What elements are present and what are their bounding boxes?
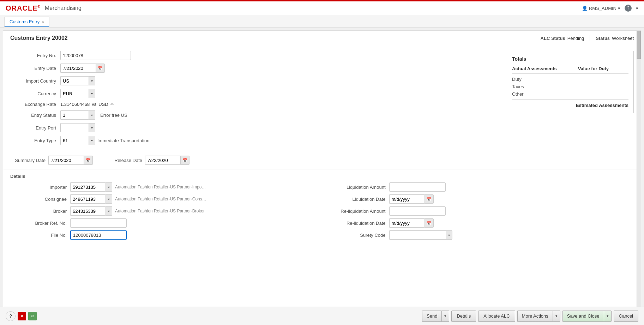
surety-code-input[interactable] xyxy=(389,230,446,240)
consignee-dropdown-button[interactable]: ▾ xyxy=(106,194,112,204)
totals-other-label: Other xyxy=(512,91,540,97)
user-menu[interactable]: 👤 RMS_ADMIN ▾ xyxy=(582,6,620,11)
entry-port-input[interactable] xyxy=(60,123,89,132)
reliquidation-amount-input[interactable] xyxy=(389,206,446,216)
details-left-col: Importer ▾ Automation Fashion Retailer-U… xyxy=(10,182,315,242)
main-form-area: Entry No. Entry Date 📅 Import Country ▾ xyxy=(3,45,641,154)
entry-status-dropdown-button[interactable]: ▾ xyxy=(89,110,95,120)
release-date-calendar-button[interactable]: 📅 xyxy=(180,156,189,165)
exchange-rate-currency: USD xyxy=(98,102,108,107)
exchange-rate-label: Exchange Rate xyxy=(10,102,56,107)
section-divider xyxy=(3,169,641,169)
oracle-logo: ORACLE® Merchandising xyxy=(6,4,82,12)
totals-taxes-label: Taxes xyxy=(512,84,540,89)
entry-type-input[interactable] xyxy=(60,136,89,145)
entry-port-dropdown-button[interactable]: ▾ xyxy=(89,123,95,132)
username: RMS_ADMIN xyxy=(589,6,616,11)
import-country-input[interactable] xyxy=(60,76,89,85)
importer-row: Importer ▾ Automation Fashion Retailer-U… xyxy=(10,182,315,192)
surety-code-row: Surety Code ▾ xyxy=(329,230,634,240)
importer-dropdown-button[interactable]: ▾ xyxy=(106,182,112,192)
release-date-item: Release Date 📅 xyxy=(107,156,189,165)
help-circle-icon: ? xyxy=(9,313,12,319)
header-right: 👤 RMS_ADMIN ▾ ? ▾ xyxy=(582,5,638,12)
totals-header-row: Actual Assessments Value for Duty xyxy=(512,66,628,74)
liquidation-amount-row: Liquidation Amount xyxy=(329,182,634,192)
broker-ref-input[interactable] xyxy=(70,218,127,228)
page-title: Customs Entry 20002 xyxy=(10,35,68,41)
delete-button[interactable]: ✕ xyxy=(18,312,26,320)
reliquidation-date-input[interactable] xyxy=(389,218,425,228)
help-circle-button[interactable]: ? xyxy=(6,311,16,321)
entry-no-label: Entry No. xyxy=(10,53,56,58)
liquidation-date-row: Liquidation Date 📅 xyxy=(329,194,634,204)
totals-box: Totals Actual Assessments Value for Duty… xyxy=(507,51,634,113)
currency-dropdown-button[interactable]: ▾ xyxy=(89,89,95,98)
tab-bar: Customs Entry × xyxy=(0,15,644,28)
currency-label: Currency xyxy=(10,91,56,96)
entry-type-dropdown-button[interactable]: ▾ xyxy=(89,136,95,145)
entry-no-input[interactable] xyxy=(60,51,131,60)
exchange-rate-edit-icon[interactable]: ✏ xyxy=(110,102,114,107)
broker-select-wrapper: ▾ xyxy=(70,206,112,216)
currency-input[interactable] xyxy=(60,89,89,98)
summary-date-input[interactable] xyxy=(48,156,84,165)
cancel-button[interactable]: Cancel xyxy=(614,311,638,322)
estimated-assessments-label: Estimated Assessments xyxy=(512,103,628,108)
customs-entry-tab[interactable]: Customs Entry × xyxy=(4,17,49,27)
file-no-input[interactable] xyxy=(70,230,127,240)
copy-button[interactable]: ⧉ xyxy=(28,312,37,320)
save-close-button[interactable]: Save and Close xyxy=(562,311,604,322)
more-actions-dropdown-button[interactable]: ▾ xyxy=(553,311,560,322)
liquidation-date-input[interactable] xyxy=(389,194,425,204)
liquidation-amount-label: Liquidation Amount xyxy=(329,185,386,190)
send-button[interactable]: Send xyxy=(422,311,441,322)
details-button[interactable]: Details xyxy=(451,311,476,322)
action-bar-left: ? ✕ ⧉ xyxy=(6,311,37,321)
entry-status-input[interactable] xyxy=(60,110,89,120)
importer-label: Importer xyxy=(10,185,67,190)
entry-status-desc: Error free US xyxy=(100,113,127,118)
entry-port-row: Entry Port ▾ xyxy=(10,123,500,132)
broker-dropdown-button[interactable]: ▾ xyxy=(106,206,112,216)
scroll-thumb[interactable] xyxy=(637,31,641,59)
liquidation-amount-input[interactable] xyxy=(389,182,446,192)
reliquidation-date-calendar-button[interactable]: 📅 xyxy=(425,218,434,228)
status-divider xyxy=(590,35,590,41)
status-value: Worksheet xyxy=(612,36,634,41)
file-no-row: File No. xyxy=(10,230,315,240)
help-button[interactable]: ? xyxy=(625,5,632,12)
settings-caret-icon[interactable]: ▾ xyxy=(636,6,638,11)
entry-type-wrapper: ▾ xyxy=(60,136,95,145)
app-name: Merchandising xyxy=(45,5,82,11)
surety-code-dropdown-button[interactable]: ▾ xyxy=(446,230,452,240)
entry-type-label: Entry Type xyxy=(10,138,56,143)
liquidation-date-calendar-button[interactable]: 📅 xyxy=(425,194,434,204)
entry-port-wrapper: ▾ xyxy=(60,123,95,132)
import-country-dropdown-button[interactable]: ▾ xyxy=(89,76,95,85)
import-country-row: Import Country ▾ xyxy=(10,76,500,85)
consignee-input[interactable] xyxy=(70,194,106,204)
broker-desc: Automation Fashion Retailer-US Partner-B… xyxy=(115,209,205,213)
totals-separator xyxy=(512,100,628,100)
scrollbar[interactable] xyxy=(637,31,641,319)
entry-date-calendar-button[interactable]: 📅 xyxy=(96,64,105,73)
broker-input[interactable] xyxy=(70,206,106,216)
reliquidation-date-wrapper: 📅 xyxy=(389,218,434,228)
summary-date-calendar-button[interactable]: 📅 xyxy=(84,156,93,165)
top-header: ORACLE® Merchandising 👤 RMS_ADMIN ▾ ? ▾ xyxy=(0,0,644,15)
send-dropdown-button[interactable]: ▾ xyxy=(441,311,449,322)
entry-date-input[interactable] xyxy=(60,64,96,73)
consignee-desc: Automation Fashion Retailer-US Partner-C… xyxy=(115,197,207,201)
consignee-label: Consignee xyxy=(10,197,67,202)
allocate-alc-button[interactable]: Allocate ALC xyxy=(478,311,515,322)
release-date-input[interactable] xyxy=(145,156,180,165)
entry-status-select-wrapper: ▾ xyxy=(60,110,95,120)
save-close-dropdown-button[interactable]: ▾ xyxy=(604,311,612,322)
importer-input[interactable] xyxy=(70,182,106,192)
entry-date-label: Entry Date xyxy=(10,66,56,71)
tab-close-button[interactable]: × xyxy=(42,19,44,24)
entry-status-row: Entry Status ▾ Error free US xyxy=(10,110,500,120)
more-actions-button[interactable]: More Actions xyxy=(517,311,553,322)
exchange-rate-display: 1.3140604468 vs USD ✏ xyxy=(60,102,114,107)
